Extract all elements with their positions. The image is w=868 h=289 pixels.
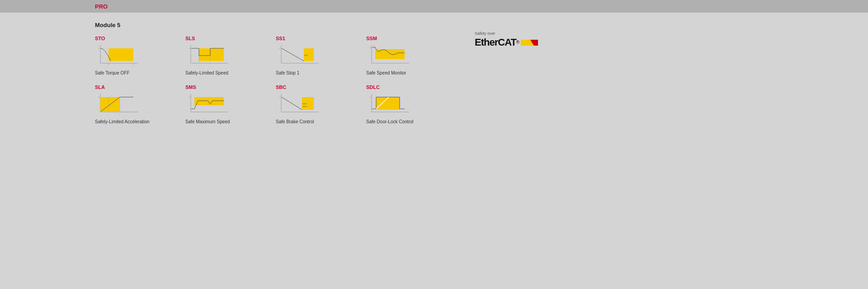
diagram-sls: v [185,43,231,68]
svg-text:brake: brake [302,103,307,105]
code-sdlc: SDLC [366,84,380,90]
label-sdlc: Safe Door-Lock Control [366,119,414,124]
svg-text:v: v [370,46,371,49]
item-sms: SMS v Safe Maximum Speed [185,84,276,124]
ethercat-logo-area: Safety over Ether CAT ® [475,31,538,75]
label-sto: Safe Torque OFF [95,70,130,75]
item-sla: SLA v t t Safely-Limited Accelera [95,84,185,124]
row-2: SLA v t t Safely-Limited Accelera [95,84,773,124]
diagram-sto: v t t [95,43,140,68]
svg-text:v: v [189,47,190,50]
ethercat-ether: Ether [475,37,498,48]
svg-text:t: t [132,65,133,67]
item-sls: SLS v Safely-Limited Speed [185,36,276,75]
svg-text:active: active [302,105,307,107]
item-ss1: SS1 STO v Safe Stop 1 [276,36,366,75]
svg-text:t: t [108,65,109,67]
svg-text:v: v [99,47,100,50]
ethercat-bar [521,40,538,46]
code-sbc: SBC [276,84,286,90]
svg-text:t: t [108,114,108,116]
code-ss1: SS1 [276,36,285,41]
ethercat-logo-container: Ether CAT ® [475,37,538,48]
main-content: Module 5 STO v t t [0,13,868,138]
diagram-sla: v t t [95,92,140,117]
code-ssm: SSM [366,36,377,41]
label-sbc: Safe Brake Control [276,119,314,124]
svg-text:v: v [279,96,281,98]
item-sdlc: SDLC v Safe Door-Lock Control [366,84,457,124]
header-title: PRO [95,3,108,10]
svg-rect-21 [375,49,405,59]
diagram-ssm: v s [366,43,411,68]
svg-text:v: v [99,96,100,98]
svg-text:t: t [119,114,120,116]
label-ss1: Safe Stop 1 [276,70,299,75]
svg-text:v: v [189,96,190,98]
ethercat-trademark: ® [516,40,519,45]
code-sms: SMS [185,84,196,90]
row-1: STO v t t Safe Torque [95,36,773,75]
diagram-sdlc: v [366,92,411,117]
diagram-ss1: STO v [276,43,321,68]
svg-text:s: s [374,44,375,47]
label-sls: Safely-Limited Speed [185,70,228,75]
ethercat-safety-text: Safety over [475,31,495,36]
svg-rect-2 [108,48,133,61]
label-sla: Safely-Limited Acceleration [95,119,150,124]
svg-rect-45 [376,97,400,110]
item-sto: STO v t t Safe Torque [95,36,185,75]
code-sto: STO [95,36,105,41]
svg-rect-35 [194,97,224,105]
diagram-sbc: brake active v [276,92,321,117]
svg-text:STO: STO [304,54,308,56]
svg-rect-10 [199,48,224,61]
code-sla: SLA [95,84,105,90]
item-sbc: SBC brake active v Safe Brake Control [276,84,366,124]
code-sls: SLS [185,36,195,41]
header: PRO [0,0,868,13]
ethercat-cat: CAT [498,37,516,48]
svg-text:v: v [370,96,371,98]
label-ssm: Safe Speed Monitor [366,70,406,75]
module-title: Module 5 [95,22,773,28]
label-sms: Safe Maximum Speed [185,119,230,124]
diagram-sms: v [185,92,231,117]
item-ssm: SSM v s Safe Speed Monitor [366,36,457,75]
svg-text:v: v [279,47,281,50]
